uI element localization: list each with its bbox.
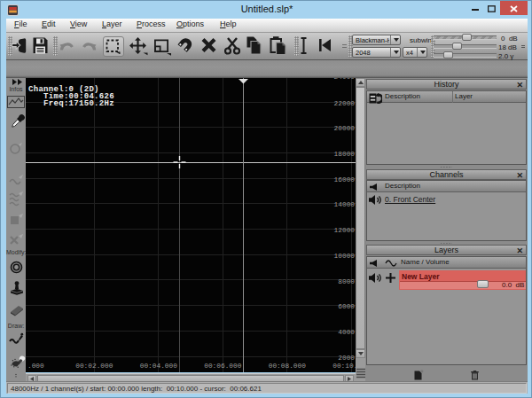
svg-text:.000: .000: [27, 363, 44, 370]
svg-text:00:04.000: 00:04.000: [140, 363, 177, 370]
svg-text:8000: 8000: [338, 278, 355, 285]
svg-text:00:06.000: 00:06.000: [204, 363, 241, 370]
svg-text:16000: 16000: [334, 176, 356, 183]
svg-text:20000: 20000: [334, 125, 356, 132]
svg-text:24000: 24000: [334, 78, 356, 81]
svg-text:4000: 4000: [338, 329, 355, 336]
svg-text:22000: 22000: [334, 100, 356, 107]
svg-text:6000: 6000: [338, 303, 355, 310]
svg-text:12000: 12000: [334, 227, 356, 234]
svg-text:10000: 10000: [334, 253, 356, 260]
svg-text:Freq:17150.2Hz: Freq:17150.2Hz: [28, 99, 114, 108]
svg-text:00:02.000: 00:02.000: [75, 363, 113, 370]
svg-text:14000: 14000: [334, 201, 356, 208]
svg-text:00:10.000: 00:10.000: [332, 363, 356, 370]
svg-text:2000: 2000: [338, 355, 355, 362]
svg-text:00:08.000: 00:08.000: [269, 363, 306, 370]
svg-text:18000: 18000: [334, 151, 356, 158]
